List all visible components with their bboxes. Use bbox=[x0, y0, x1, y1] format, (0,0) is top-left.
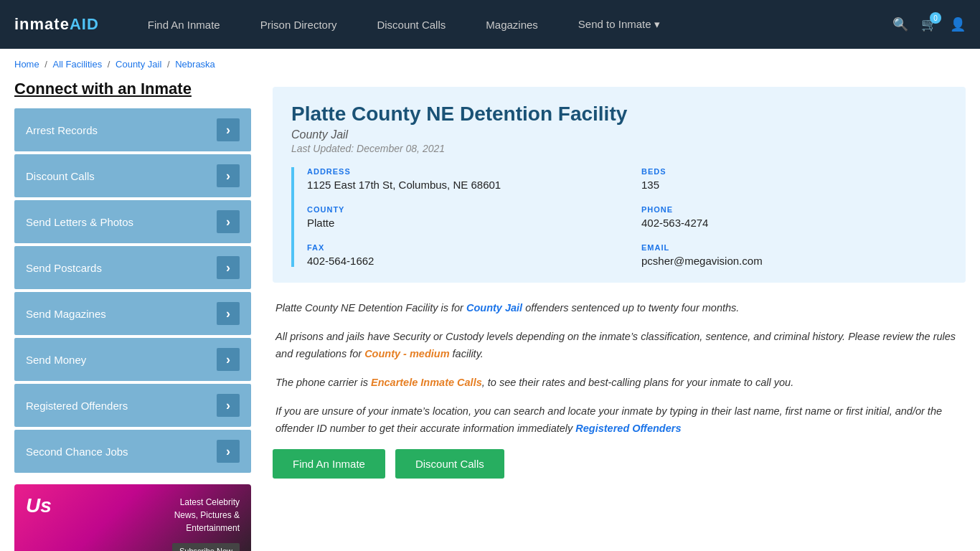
beds-label: BEDS bbox=[641, 167, 947, 176]
county-field: COUNTY Platte bbox=[307, 205, 613, 229]
registered-offenders-link[interactable]: Registered Offenders bbox=[575, 423, 681, 434]
sidebar-item-send-magazines[interactable]: Send Magazines › bbox=[14, 292, 251, 335]
nav-icons: 🔍 🛒 0 👤 bbox=[892, 17, 966, 32]
county-value: Platte bbox=[307, 217, 613, 229]
email-field: EMAIL pcsher@megavision.com bbox=[641, 243, 947, 267]
ad-text: Latest CelebrityNews, Pictures &Entertai… bbox=[174, 496, 240, 534]
find-inmate-button[interactable]: Find An Inmate bbox=[273, 449, 385, 479]
chevron-right-icon: › bbox=[217, 394, 240, 417]
nav-discount-calls[interactable]: Discount Calls bbox=[357, 0, 466, 49]
county-label: COUNTY bbox=[307, 205, 613, 214]
sidebar-item-label: Second Chance Jobs bbox=[26, 446, 128, 458]
sidebar: Connect with an Inmate Arrest Records › … bbox=[14, 80, 251, 551]
logo-text: inmateAID bbox=[14, 15, 99, 34]
sidebar-item-send-postcards[interactable]: Send Postcards › bbox=[14, 246, 251, 289]
desc-para-3: The phone carrier is Encartele Inmate Ca… bbox=[275, 375, 963, 392]
sidebar-item-label: Registered Offenders bbox=[26, 400, 128, 412]
user-button[interactable]: 👤 bbox=[950, 17, 966, 32]
address-value: 1125 East 17th St, Columbus, NE 68601 bbox=[307, 179, 613, 191]
ad-subscribe-button[interactable]: Subscribe Now bbox=[172, 543, 240, 551]
chevron-right-icon: › bbox=[217, 440, 240, 463]
chevron-right-icon: › bbox=[217, 164, 240, 187]
address-field: ADDRESS 1125 East 17th St, Columbus, NE … bbox=[307, 167, 613, 191]
nav-links: Find An Inmate Prison Directory Discount… bbox=[128, 0, 892, 49]
beds-value: 135 bbox=[641, 179, 947, 191]
chevron-right-icon: › bbox=[217, 256, 240, 279]
county-medium-link[interactable]: County - medium bbox=[364, 348, 449, 359]
encartele-link[interactable]: Encartele Inmate Calls bbox=[371, 377, 482, 388]
ad-logo: Us bbox=[26, 496, 52, 516]
desc-para-1: Platte County NE Detention Facility is f… bbox=[275, 300, 963, 317]
sidebar-title: Connect with an Inmate bbox=[14, 80, 251, 98]
sidebar-menu: Arrest Records › Discount Calls › Send L… bbox=[14, 108, 251, 473]
sidebar-item-send-money[interactable]: Send Money › bbox=[14, 338, 251, 381]
bottom-buttons: Find An Inmate Discount Calls bbox=[273, 449, 966, 479]
email-label: EMAIL bbox=[641, 243, 947, 252]
sidebar-item-label: Send Postcards bbox=[26, 262, 102, 274]
nav-prison-directory[interactable]: Prison Directory bbox=[240, 0, 357, 49]
sidebar-item-registered-offenders[interactable]: Registered Offenders › bbox=[14, 384, 251, 427]
cart-button[interactable]: 🛒 0 bbox=[921, 17, 937, 32]
sidebar-item-label: Arrest Records bbox=[26, 124, 98, 136]
logo[interactable]: inmateAID bbox=[14, 15, 99, 34]
sidebar-item-discount-calls[interactable]: Discount Calls › bbox=[14, 154, 251, 197]
facility-type: County Jail bbox=[291, 128, 947, 141]
beds-field: BEDS 135 bbox=[641, 167, 947, 191]
phone-field: PHONE 402-563-4274 bbox=[641, 205, 947, 229]
facility-updated: Last Updated: December 08, 2021 bbox=[291, 143, 947, 154]
nav-magazines[interactable]: Magazines bbox=[466, 0, 558, 49]
main-container: Connect with an Inmate Arrest Records › … bbox=[0, 80, 980, 551]
facility-header: Platte County NE Detention Facility Coun… bbox=[273, 87, 966, 283]
info-grid: ADDRESS 1125 East 17th St, Columbus, NE … bbox=[291, 167, 947, 267]
sidebar-item-second-chance[interactable]: Second Chance Jobs › bbox=[14, 430, 251, 473]
chevron-right-icon: › bbox=[217, 302, 240, 325]
desc-para-2: All prisons and jails have Security or C… bbox=[275, 329, 963, 363]
nav-find-inmate[interactable]: Find An Inmate bbox=[128, 0, 240, 49]
sidebar-item-arrest-records[interactable]: Arrest Records › bbox=[14, 108, 251, 151]
breadcrumb: Home / All Facilities / County Jail / Ne… bbox=[0, 49, 980, 80]
main-content: Platte County NE Detention Facility Coun… bbox=[273, 80, 966, 551]
search-button[interactable]: 🔍 bbox=[892, 17, 908, 32]
facility-name: Platte County NE Detention Facility bbox=[291, 103, 947, 126]
sidebar-item-label: Send Money bbox=[26, 354, 86, 366]
chevron-right-icon: › bbox=[217, 348, 240, 371]
navbar: inmateAID Find An Inmate Prison Director… bbox=[0, 0, 980, 49]
nav-send-to-inmate[interactable]: Send to Inmate ▾ bbox=[558, 0, 680, 49]
sidebar-item-send-letters[interactable]: Send Letters & Photos › bbox=[14, 200, 251, 243]
breadcrumb-home[interactable]: Home bbox=[14, 59, 39, 70]
breadcrumb-nebraska[interactable]: Nebraska bbox=[175, 59, 215, 70]
desc-para-4: If you are unsure of your inmate’s locat… bbox=[275, 403, 963, 438]
fax-value: 402-564-1662 bbox=[307, 255, 613, 267]
discount-calls-button[interactable]: Discount Calls bbox=[395, 449, 504, 479]
breadcrumb-all-facilities[interactable]: All Facilities bbox=[53, 59, 103, 70]
chevron-right-icon: › bbox=[217, 118, 240, 141]
chevron-right-icon: › bbox=[217, 210, 240, 233]
sidebar-item-label: Send Letters & Photos bbox=[26, 216, 133, 228]
phone-value: 402-563-4274 bbox=[641, 217, 947, 229]
breadcrumb-county-jail[interactable]: County Jail bbox=[116, 59, 161, 70]
email-value: pcsher@megavision.com bbox=[641, 255, 947, 267]
county-jail-link[interactable]: County Jail bbox=[466, 302, 522, 314]
fax-field: FAX 402-564-1662 bbox=[307, 243, 613, 267]
sidebar-item-label: Send Magazines bbox=[26, 308, 106, 320]
fax-label: FAX bbox=[307, 243, 613, 252]
phone-label: PHONE bbox=[641, 205, 947, 214]
sidebar-item-label: Discount Calls bbox=[26, 170, 95, 182]
description: Platte County NE Detention Facility is f… bbox=[273, 300, 966, 438]
sidebar-ad: Us Latest CelebrityNews, Pictures &Enter… bbox=[14, 484, 251, 551]
cart-badge: 0 bbox=[930, 12, 941, 24]
address-label: ADDRESS bbox=[307, 167, 613, 176]
